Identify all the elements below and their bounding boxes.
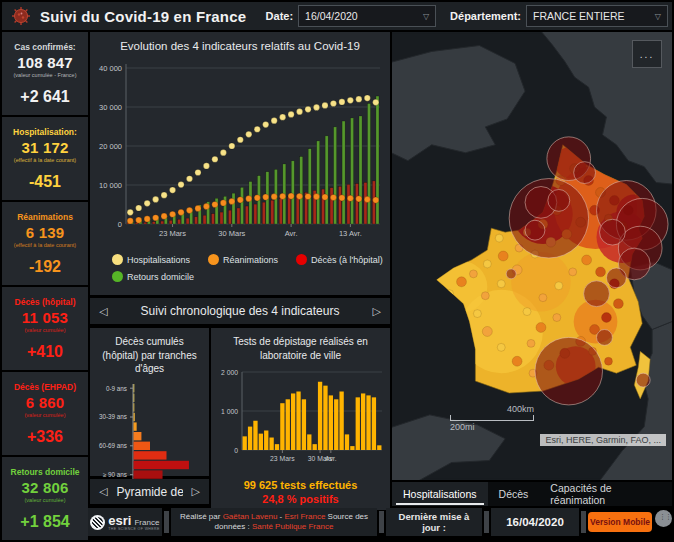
map-tabbar: HospitalisationsDécèsCapacités de réanim… [392,482,672,506]
page-title: Suivi du Covid-19 en France [40,8,246,25]
stat-subtitle: (valeur cumulée) [25,412,66,418]
scale-km-label: 400km [450,404,534,414]
stat-value: 108 847 [17,54,73,71]
date-select[interactable]: 16/04/2020 ▽ [298,5,436,27]
legend-label: Décès (à l'hôpital) [311,255,383,265]
apps-corner-badge[interactable] [655,510,672,527]
source-org-link[interactable]: Santé Publique France [252,522,333,531]
svg-text:2 000: 2 000 [221,369,238,376]
map-tab-hospitalisations[interactable]: Hospitalisations [392,482,488,506]
legend-label: Réanimations [223,255,278,265]
stat-delta: +2 641 [20,88,69,106]
virus-icon [10,5,32,27]
map-tab-d-c-s[interactable]: Décès [488,482,540,506]
esri-globe-icon [90,515,105,530]
evolution-chart-title: Evolution des 4 indicateurs relatifs au … [90,32,390,52]
map-more-button[interactable]: ... [632,40,662,68]
stat-title: Cas confirmés: [14,43,75,52]
chart-legend: HospitalisationsRéanimationsDécès (à l'h… [112,254,402,288]
header-bar: Suivi du Covid-19 en France Date: 16/04/… [2,2,672,30]
carousel-left-arrow[interactable]: ◁ [90,485,116,498]
date-value: 16/04/2020 [305,10,358,22]
version-mobile-button[interactable]: Version Mobile [588,512,652,532]
svg-text:10 000: 10 000 [99,181,122,190]
esri-wordmark: esri [108,514,131,527]
stat-subtitle: (valeur cumulée) [25,497,66,503]
stat-delta: +336 [27,428,63,446]
last-update-label: Dernière mise à jour : [386,508,482,536]
tests-panel: Tests de dépistage réalisés en laboratoi… [211,328,390,510]
svg-text:40 000: 40 000 [99,64,122,73]
esri-logo: esri France THE SCIENCE OF WHERE [88,508,162,536]
legend-dot [112,254,123,265]
legend-label: Hospitalisations [127,255,190,265]
stat-delta: +410 [27,343,63,361]
stat-title: Hospitalisation: [13,128,77,137]
pyramid-carousel-title: Pyramide des... [116,485,182,499]
scale-line [450,415,534,421]
departement-value: FRANCE ENTIERE [533,10,625,22]
carousel-right-arrow[interactable]: ▷ [364,305,390,318]
credit-org-link[interactable]: Esri France [284,512,325,521]
map-tab-capacit-s-de-r-animation[interactable]: Capacités de réanimation [539,482,672,506]
stat-value: 6 139 [26,224,65,241]
last-update-date: 16/04/2020 [491,508,579,536]
footer-credits: Réalisé par Gaëtan Lavenu - Esri France … [171,508,377,536]
stat-subtitle: (valeur cumulée) [25,327,66,333]
departement-label: Département: [450,10,521,22]
chevron-down-icon: ▽ [423,12,429,21]
footer-separator [484,511,489,533]
tests-title: Tests de dépistage réalisés en laboratoi… [211,328,390,364]
date-label: Date: [266,10,294,22]
stat-tile: Décès (EHPAD) 6 860 (valeur cumulée) +33… [2,372,88,455]
svg-text:20 000: 20 000 [99,142,122,151]
carousel-title: Suivi chronologique des 4 indicateurs [116,304,363,318]
svg-text:30-39 ans: 30-39 ans [99,413,127,420]
tests-chart: 01 0002 00023 Mars30 MarsAvr. [211,364,390,476]
stat-delta: -451 [29,173,61,191]
pyramid-carousel: ◁ Pyramide des... ▷ [90,479,209,504]
age-pyramid-panel: Décès cumulés (hôpital) par tranches d'â… [90,328,209,476]
chevron-down-icon: ▽ [655,12,661,21]
tests-stats: 99 625 tests effectués 24,8 % positifs [211,478,390,507]
svg-text:≥ 90 ans: ≥ 90 ans [103,470,127,477]
svg-text:1 000: 1 000 [221,408,238,415]
tests-positivity: 24,8 % positifs [211,492,390,506]
stat-value: 31 172 [21,139,68,156]
evolution-chart: 010 00020 00030 00040 00023 Mars30 MarsA… [90,56,390,258]
footer-separator [379,511,384,533]
departement-select[interactable]: FRANCE ENTIERE ▽ [526,5,668,27]
tests-count: 99 625 tests effectués [211,478,390,492]
svg-text:23 Mars: 23 Mars [159,229,186,238]
carousel-right-arrow[interactable]: ▷ [183,485,209,498]
map-attribution: Esri, HERE, Garmin, FAO, ... [540,434,666,446]
svg-text:60-69 ans: 60-69 ans [99,442,127,449]
stat-delta: -192 [29,258,61,276]
stat-tile: Hospitalisation: 31 172 (effectif à la d… [2,117,88,200]
stat-tile: Réanimations 6 139 (effectif à la date c… [2,202,88,285]
stat-subtitle: (effectif à la date courant) [14,242,76,248]
map-scalebar: 400km 200mi [450,404,534,432]
stat-title: Décès (EHPAD) [14,383,76,392]
stat-delta: +1 854 [20,513,69,531]
evolution-chart-panel: Evolution des 4 indicateurs relatifs au … [90,32,390,295]
legend-dot [296,254,307,265]
esri-tagline: THE SCIENCE OF WHERE [108,527,159,531]
svg-text:Avr.: Avr. [325,455,337,462]
stat-value: 11 053 [22,309,68,326]
france-map[interactable]: ... 400km 200mi Esri, HERE, Garmin, FAO,… [392,32,672,480]
legend-dot [112,271,123,282]
carousel-left-arrow[interactable]: ◁ [90,305,116,318]
footer-separator [164,511,169,533]
stat-tile: Décès (hôpital) 11 053 (valeur cumulée) … [2,287,88,370]
legend-item: Hospitalisations [112,254,190,265]
esri-france-label: France [134,518,159,527]
svg-text:0-9 ans: 0-9 ans [106,384,127,391]
credit-author-link[interactable]: Gaëtan Lavenu [223,512,278,521]
svg-text:23 Mars: 23 Mars [270,455,295,462]
svg-text:Avr.: Avr. [285,229,298,238]
svg-text:30 Mars: 30 Mars [218,229,245,238]
footer-separator [581,511,586,533]
svg-text:0: 0 [234,447,238,454]
svg-text:0: 0 [118,220,122,229]
